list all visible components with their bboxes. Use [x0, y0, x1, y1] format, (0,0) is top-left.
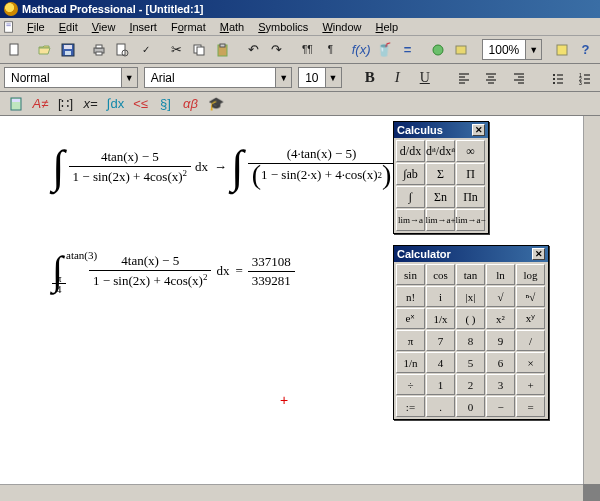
limit-right-button[interactable]: lim→a+	[426, 209, 455, 231]
reciprocal-button[interactable]: 1/x	[426, 308, 455, 329]
decimal-button[interactable]: .	[426, 396, 455, 417]
greek-palette-button[interactable]: αβ	[179, 93, 202, 115]
parentheses-button[interactable]: ( )	[456, 308, 485, 329]
horizontal-scrollbar[interactable]	[0, 484, 583, 501]
underline-button[interactable]: U	[414, 67, 435, 89]
graph-palette-button[interactable]: A≠	[29, 93, 52, 115]
calculus-palette[interactable]: Calculus ✕ d/dx dⁿ/dxⁿ ∞ ∫ab Σ Π ∫ Σn Πn…	[393, 121, 489, 234]
divide-button[interactable]: /	[516, 330, 545, 351]
bullets-button[interactable]	[547, 67, 568, 89]
6-button[interactable]: 6	[486, 352, 515, 373]
palette-title-bar[interactable]: Calculator ✕	[394, 246, 548, 262]
align-right-button[interactable]	[508, 67, 529, 89]
derivative-button[interactable]: d/dx	[396, 140, 425, 162]
undo-button[interactable]: ↶	[243, 39, 264, 61]
copy-button[interactable]	[189, 39, 210, 61]
sqrt-button[interactable]: √	[486, 286, 515, 307]
evaluate-button[interactable]: =	[516, 396, 545, 417]
align-center-button[interactable]	[481, 67, 502, 89]
spellcheck-button[interactable]: ✓	[135, 39, 156, 61]
insert-component-button[interactable]	[451, 39, 472, 61]
add-button[interactable]: +	[516, 374, 545, 395]
menu-view[interactable]: View	[85, 20, 123, 34]
align-region-button[interactable]: ¶¶	[297, 39, 318, 61]
calculate-button[interactable]: =	[397, 39, 418, 61]
0-button[interactable]: 0	[456, 396, 485, 417]
summation-button[interactable]: Σ	[426, 163, 455, 185]
factorial-button[interactable]: n!	[396, 286, 425, 307]
math-region-2[interactable]: ∫ atan(3) π 4 4tan(x) − 5 1 − sin(2x) + …	[52, 252, 297, 290]
font-select[interactable]: Arial ▼	[144, 67, 293, 88]
inline-divide-button[interactable]: ÷	[396, 374, 425, 395]
close-icon[interactable]: ✕	[472, 124, 485, 136]
7-button[interactable]: 7	[426, 330, 455, 351]
1-button[interactable]: 1	[426, 374, 455, 395]
infinity-button[interactable]: ∞	[456, 140, 485, 162]
print-preview-button[interactable]	[112, 39, 133, 61]
definite-integral-button[interactable]: ∫ab	[396, 163, 425, 185]
product-button[interactable]: Π	[456, 163, 485, 185]
limit-left-button[interactable]: lim→a−	[456, 209, 485, 231]
menu-symbolics[interactable]: Symbolics	[251, 20, 315, 34]
limit-button[interactable]: lim→a	[396, 209, 425, 231]
worksheet-area[interactable]: ∫ 4tan(x) − 5 1 − sin(2x) + 4cos(x)2 dx …	[0, 116, 583, 484]
ln-button[interactable]: ln	[486, 264, 515, 285]
imaginary-button[interactable]: i	[426, 286, 455, 307]
new-button[interactable]	[4, 39, 25, 61]
save-button[interactable]	[58, 39, 79, 61]
summation-range-button[interactable]: Σn	[426, 186, 455, 208]
paste-button[interactable]	[212, 39, 233, 61]
power-button[interactable]: xʸ	[516, 308, 545, 329]
cut-button[interactable]: ✂	[166, 39, 187, 61]
palette-title-bar[interactable]: Calculus ✕	[394, 122, 488, 138]
menu-window[interactable]: Window	[315, 20, 368, 34]
insert-function-button[interactable]: f(x)	[351, 39, 372, 61]
resource-center-button[interactable]	[552, 39, 573, 61]
help-button[interactable]: ?	[575, 39, 596, 61]
zoom-select[interactable]: 100% ▼	[482, 39, 543, 60]
menu-insert[interactable]: Insert	[122, 20, 164, 34]
indefinite-integral-button[interactable]: ∫	[396, 186, 425, 208]
evaluation-palette-button[interactable]: x=	[79, 93, 102, 115]
close-icon[interactable]: ✕	[532, 248, 545, 260]
bold-button[interactable]: B	[359, 67, 380, 89]
print-button[interactable]	[89, 39, 110, 61]
mixed-number-button[interactable]: 1/n	[396, 352, 425, 373]
log-button[interactable]: log	[516, 264, 545, 285]
boolean-palette-button[interactable]: <≤	[129, 93, 152, 115]
9-button[interactable]: 9	[486, 330, 515, 351]
symbolic-palette-button[interactable]: 🎓	[204, 93, 227, 115]
menu-edit[interactable]: Edit	[52, 20, 85, 34]
calculator-palette-button[interactable]	[4, 93, 27, 115]
pi-button[interactable]: π	[396, 330, 425, 351]
insert-hyperlink-button[interactable]	[428, 39, 449, 61]
separate-button[interactable]: ¶	[320, 39, 341, 61]
programming-palette-button[interactable]: §]	[154, 93, 177, 115]
multiply-button[interactable]: ×	[516, 352, 545, 373]
open-button[interactable]	[35, 39, 56, 61]
menu-format[interactable]: Format	[164, 20, 213, 34]
square-button[interactable]: x²	[486, 308, 515, 329]
tan-button[interactable]: tan	[456, 264, 485, 285]
4-button[interactable]: 4	[426, 352, 455, 373]
abs-button[interactable]: |x|	[456, 286, 485, 307]
calculator-palette[interactable]: Calculator ✕ sin cos tan ln log n! i |x|…	[393, 245, 549, 420]
menu-help[interactable]: Help	[369, 20, 406, 34]
subtract-button[interactable]: −	[486, 396, 515, 417]
numbering-button[interactable]: 123	[575, 67, 596, 89]
insert-unit-button[interactable]: 🥤	[374, 39, 395, 61]
3-button[interactable]: 3	[486, 374, 515, 395]
menu-file[interactable]: File	[20, 20, 52, 34]
5-button[interactable]: 5	[456, 352, 485, 373]
2-button[interactable]: 2	[456, 374, 485, 395]
align-left-button[interactable]	[453, 67, 474, 89]
matrix-palette-button[interactable]: [∷]	[54, 93, 77, 115]
math-region-1[interactable]: ∫ 4tan(x) − 5 1 − sin(2x) + 4cos(x)2 dx …	[52, 145, 412, 189]
product-range-button[interactable]: Πn	[456, 186, 485, 208]
italic-button[interactable]: I	[387, 67, 408, 89]
cos-button[interactable]: cos	[426, 264, 455, 285]
style-select[interactable]: Normal ▼	[4, 67, 138, 88]
calculus-palette-button[interactable]: ∫dx	[104, 93, 127, 115]
vertical-scrollbar[interactable]	[583, 116, 600, 484]
8-button[interactable]: 8	[456, 330, 485, 351]
